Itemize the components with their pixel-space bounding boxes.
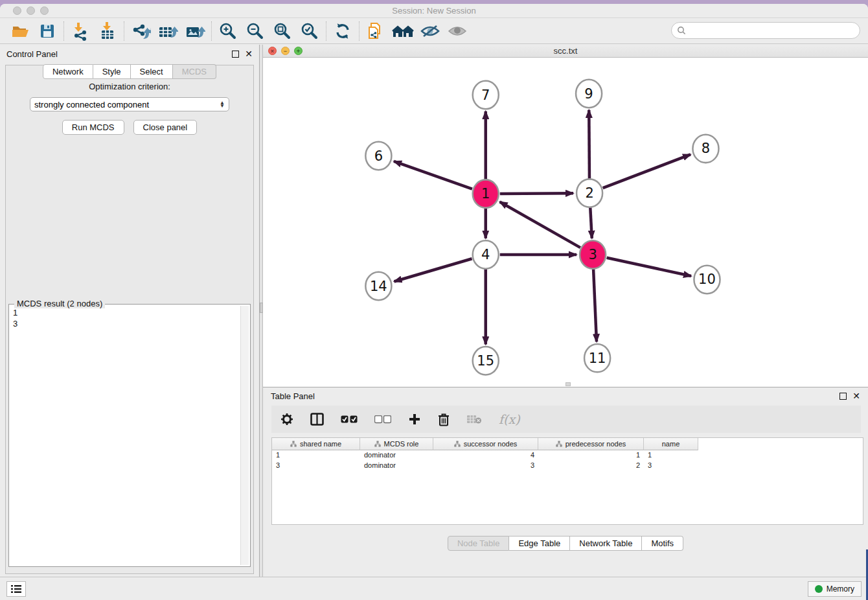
export-table-button[interactable] (154, 21, 181, 41)
svg-text:2: 2 (585, 185, 593, 201)
tab-style[interactable]: Style (93, 64, 131, 79)
network-zoom-button[interactable]: + (294, 47, 303, 55)
task-history-button[interactable] (6, 581, 26, 597)
network-edge-2-3[interactable] (590, 207, 592, 238)
show-all-button[interactable] (444, 21, 471, 41)
save-session-button[interactable] (34, 21, 61, 41)
duplicate-network-button[interactable] (362, 21, 389, 41)
float-table-panel-button[interactable] (839, 393, 847, 400)
show-columns-button[interactable] (310, 413, 324, 426)
import-network-button[interactable] (67, 21, 94, 41)
sort-hierarchy-icon (556, 441, 562, 447)
network-node-1[interactable]: 1 (473, 179, 499, 207)
network-node-10[interactable]: 10 (694, 266, 720, 294)
mcds-result-text[interactable]: 1 3 (10, 306, 240, 565)
network-graph[interactable]: 7968124314101511 (263, 58, 868, 387)
add-column-button[interactable] (408, 413, 421, 426)
network-node-15[interactable]: 15 (473, 347, 499, 375)
table-cell[interactable]: 4 (433, 450, 538, 461)
table-row[interactable]: 1dominator411 (272, 450, 863, 461)
zoom-selected-button[interactable] (296, 21, 323, 41)
node-table[interactable]: shared nameMCDS rolesuccessor nodesprede… (271, 437, 863, 525)
trash-icon (438, 413, 450, 426)
close-panel-button-2[interactable]: Close panel (133, 120, 198, 135)
svg-text:14: 14 (370, 277, 387, 294)
network-node-7[interactable]: 7 (473, 81, 499, 109)
result-scrollbar[interactable] (240, 306, 249, 565)
network-edge-1-6[interactable] (394, 161, 472, 189)
mcds-panel-body: Optimization criterion: strongly connect… (5, 65, 254, 574)
table-cell[interactable]: 3 (644, 461, 698, 471)
network-node-9[interactable]: 9 (576, 80, 602, 108)
export-network-button[interactable] (127, 21, 154, 41)
column-header-predecessor-nodes[interactable]: predecessor nodes (538, 438, 644, 450)
zoom-out-button[interactable] (242, 21, 269, 41)
network-edge-3-1[interactable] (500, 202, 580, 248)
column-label: MCDS role (384, 440, 419, 448)
close-table-panel-button[interactable]: ✕ (852, 393, 860, 400)
network-node-3[interactable]: 3 (580, 240, 606, 268)
column-header-name[interactable]: name (644, 438, 698, 450)
network-close-button[interactable]: × (268, 47, 277, 55)
table-row[interactable]: 3dominator323 (272, 461, 863, 471)
network-edge-3-10[interactable] (607, 258, 691, 276)
table-cell[interactable]: 3 (272, 461, 360, 471)
network-node-6[interactable]: 6 (365, 142, 391, 170)
network-edge-4-14[interactable] (394, 259, 472, 281)
network-splitter-grip-icon[interactable] (565, 382, 571, 386)
network-node-2[interactable]: 2 (577, 179, 602, 207)
network-edge-2-8[interactable] (603, 154, 691, 188)
column-header-successor-nodes[interactable]: successor nodes (433, 438, 538, 450)
table-cell[interactable]: dominator (360, 461, 433, 471)
main-toolbar (0, 18, 868, 44)
open-file-button[interactable] (6, 21, 34, 41)
search-field[interactable] (671, 22, 860, 39)
memory-button[interactable]: Memory (808, 581, 862, 597)
table-cell[interactable]: 1 (272, 450, 360, 461)
network-edge-2-9[interactable] (589, 110, 589, 179)
table-cell[interactable]: 1 (538, 450, 644, 461)
tab-node-table[interactable]: Node Table (448, 536, 510, 551)
zoom-in-button[interactable] (214, 21, 242, 41)
import-table-button[interactable] (94, 21, 121, 41)
network-edge-1-2[interactable] (500, 193, 573, 194)
criterion-dropdown[interactable]: strongly connected component ▲▼ (30, 97, 229, 111)
select-all-button[interactable] (341, 415, 358, 424)
network-minimize-button[interactable]: − (281, 47, 290, 55)
close-panel-button[interactable]: ✕ (245, 51, 253, 58)
deselect-all-button[interactable] (374, 415, 391, 424)
hide-selected-button[interactable] (417, 21, 444, 41)
minimize-window-button[interactable] (27, 6, 35, 15)
table-settings-button[interactable] (280, 413, 293, 426)
tab-network[interactable]: Network (43, 64, 93, 79)
export-image-button[interactable] (181, 21, 209, 41)
close-window-button[interactable] (13, 6, 21, 15)
table-cell[interactable]: 2 (538, 461, 644, 471)
column-header-shared-name[interactable]: shared name (272, 438, 360, 450)
table-cell[interactable]: 3 (433, 461, 538, 471)
network-node-4[interactable]: 4 (473, 240, 499, 268)
run-mcds-button[interactable]: Run MCDS (62, 120, 124, 135)
column-header-MCDS-role[interactable]: MCDS role (360, 438, 433, 450)
tab-mcds[interactable]: MCDS (173, 64, 216, 79)
table-cell[interactable]: dominator (360, 450, 433, 461)
network-canvas[interactable]: 7968124314101511 (263, 58, 868, 387)
maximize-window-button[interactable] (40, 6, 49, 15)
tab-select[interactable]: Select (131, 64, 173, 79)
tab-motifs[interactable]: Motifs (642, 536, 683, 551)
export-network-icon (130, 21, 151, 41)
network-node-11[interactable]: 11 (584, 344, 610, 372)
network-node-14[interactable]: 14 (365, 272, 391, 300)
table-cell[interactable]: 1 (644, 450, 698, 461)
open-folder-icon (11, 22, 29, 40)
tab-edge-table[interactable]: Edge Table (509, 536, 570, 551)
network-node-8[interactable]: 8 (692, 135, 718, 163)
search-input[interactable] (689, 26, 860, 36)
tab-network-table[interactable]: Network Table (570, 536, 642, 551)
delete-column-button[interactable] (438, 413, 450, 426)
refresh-view-button[interactable] (329, 21, 356, 41)
float-panel-button[interactable] (232, 51, 239, 58)
zoom-fit-button[interactable] (269, 21, 296, 41)
network-edge-3-11[interactable] (593, 269, 597, 341)
first-neighbors-button[interactable] (389, 21, 417, 41)
